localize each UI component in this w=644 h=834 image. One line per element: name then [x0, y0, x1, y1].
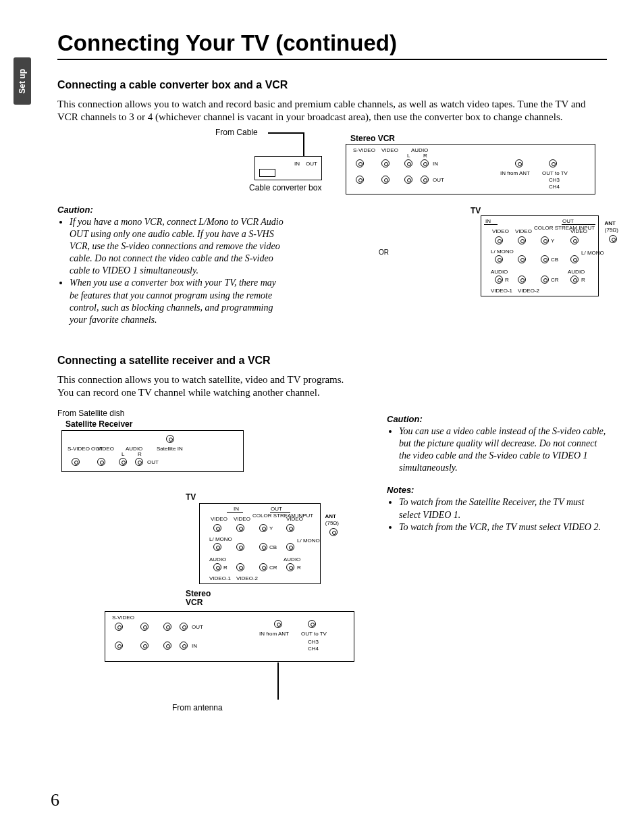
- section2-row: From Satellite dish Satellite Receiver S…: [57, 406, 607, 716]
- section2-heading: Connecting a satellite receiver and a VC…: [57, 355, 607, 367]
- section2-caution-label: Caution:: [387, 414, 607, 424]
- section2-notes-label: Notes:: [387, 485, 607, 495]
- section2-notes-list: To watch from the Satellite Receiver, th…: [387, 496, 607, 533]
- d1-tv-title: TV: [471, 206, 481, 215]
- d1-tv-out: OUT: [562, 218, 574, 224]
- d2-vcr-title: StereoVCR: [186, 590, 211, 607]
- d1-tv-v2: VIDEO-2: [518, 288, 539, 294]
- d1-tv-lmono: L/ MONO: [491, 249, 514, 255]
- d1-vcr-infromant: IN from ANT: [500, 170, 530, 176]
- d1-converter-box: IN OUT: [254, 156, 322, 180]
- d2-sat-r: R: [138, 451, 142, 457]
- d1-conv-in: IN: [294, 161, 300, 167]
- d1-vcr-box: S-VIDEO VIDEO AUDIO L R IN OUT: [346, 144, 595, 194]
- section1-caution-label: Caution:: [57, 205, 287, 215]
- section1-diagram: From Cable IN OUT Cable converter box St…: [295, 130, 607, 313]
- d1-tv-ohm: (75Ω): [605, 227, 618, 233]
- d2-from-sat: From Satellite dish: [57, 409, 124, 418]
- d1-vcr-ch3: CH3: [549, 177, 560, 183]
- page-content: Connecting Your TV (continued) Connectin…: [57, 30, 607, 716]
- d1-vcr-in: IN: [433, 161, 438, 167]
- d2-vcr-box: S-VIDEO OUT IN IN from ANT OUT to TV CH3: [105, 611, 354, 662]
- d1-tv-video: VIDEO: [492, 228, 509, 234]
- section1-row: Caution: If you have a mono VCR, connect…: [57, 130, 607, 336]
- d1-vcr-l: L: [407, 153, 410, 159]
- d2-sat-video: VIDEO: [97, 446, 114, 452]
- d1-tv-video2c: VIDEO: [515, 228, 532, 234]
- title-rule: [57, 59, 607, 60]
- d2-tv-title: TV: [186, 492, 196, 502]
- section2-text-col: Caution: You can use a video cable inste…: [387, 406, 607, 543]
- d2-satrx-title: Satellite Receiver: [65, 419, 132, 429]
- side-tab-label: Set up: [18, 69, 27, 94]
- d2-sat-l: L: [122, 451, 124, 457]
- d1-from-cable: From Cable: [215, 128, 258, 137]
- section2-note-1: To watch from the Satellite Receiver, th…: [399, 496, 607, 521]
- section1-caution-1: If you have a mono VCR, connect L/Mono t…: [70, 216, 287, 278]
- d1-vcr-r: R: [423, 153, 427, 159]
- section2-note-2: To watch from the VCR, the TV must selec…: [399, 521, 607, 533]
- section2-diagram: From Satellite dish Satellite Receiver S…: [57, 406, 375, 716]
- d1-vcr-outtotv: OUT to TV: [542, 170, 568, 176]
- d2-sat-out: OUT: [147, 459, 159, 465]
- section2-intro1: This connection allows you to watch sate…: [57, 373, 607, 386]
- d1-tv-ant: ANT: [605, 220, 616, 226]
- section2-intro2: You can record one TV channel while watc…: [57, 386, 607, 399]
- d1-vcr-svideo: S-VIDEO: [353, 147, 375, 153]
- d1-converter-label: Cable converter box: [249, 183, 321, 192]
- d1-vcr-title: Stereo VCR: [350, 134, 395, 143]
- d1-tv-audio: AUDIO: [491, 269, 508, 275]
- d1-vcr-out: OUT: [433, 177, 444, 183]
- d2-from-antenna: From antenna: [172, 703, 223, 712]
- d1-conv-out: OUT: [306, 161, 317, 167]
- d1-vcr-video: VIDEO: [381, 147, 398, 153]
- d1-tv-box: IN OUT ANT (75Ω) VIDEO VIDEO COLOR STREA…: [481, 215, 599, 296]
- section1-intro: This connection allows you to watch and …: [57, 98, 607, 124]
- d1-tv-in: IN: [485, 218, 491, 224]
- d2-satin: Satellite IN: [157, 446, 183, 452]
- d2-tv-box: IN OUT VIDEO VIDEO COLOR STREAM INPUT VI…: [199, 503, 321, 584]
- page-number: 6: [51, 790, 59, 810]
- d1-tv-videoout: VIDEO: [570, 228, 587, 234]
- section2-caution-1: You can use a video cable instead of the…: [399, 425, 607, 475]
- page-title: Connecting Your TV (continued): [57, 30, 607, 56]
- d1-or: OR: [379, 249, 389, 256]
- side-tab-setup: Set up: [14, 57, 31, 105]
- section1-caution-list: If you have a mono VCR, connect L/Mono t…: [57, 216, 287, 327]
- section2-caution-list: You can use a video cable instead of the…: [387, 425, 607, 475]
- d1-tv-v1: VIDEO-1: [491, 288, 512, 294]
- d1-vcr-ch4: CH4: [549, 184, 560, 190]
- d2-satrx-box: Satellite IN S-VIDEO OUT VIDEO AUDIO L R…: [61, 430, 244, 472]
- section1-caution-col: Caution: If you have a mono VCR, connect…: [57, 130, 287, 336]
- section1-caution-2: When you use a converter box with your T…: [70, 277, 287, 326]
- section1-heading: Connecting a cable converter box and a V…: [57, 79, 607, 91]
